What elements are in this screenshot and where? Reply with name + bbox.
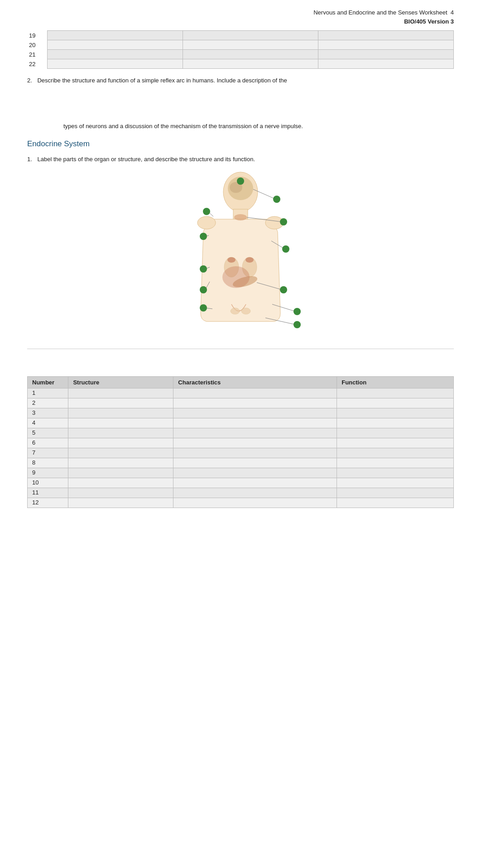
- row-number: 6: [28, 438, 68, 448]
- svg-point-34: [200, 286, 207, 293]
- row-number: 8: [28, 458, 68, 468]
- row-number: 3: [28, 408, 68, 418]
- cell-characteristics: [173, 488, 337, 498]
- cell-function: [337, 478, 454, 488]
- cell-function: [337, 448, 454, 458]
- col-header-characteristics: Characteristics: [173, 377, 337, 388]
- cell-characteristics: [173, 398, 337, 408]
- cell-structure: [68, 458, 173, 468]
- cell-structure: [68, 438, 173, 448]
- row-number: 4: [28, 418, 68, 428]
- row-number: 9: [28, 468, 68, 478]
- table-row: 12: [28, 498, 454, 508]
- col-header-function: Function: [337, 377, 454, 388]
- svg-point-12: [222, 266, 250, 288]
- svg-point-37: [293, 308, 301, 315]
- svg-point-35: [280, 286, 287, 293]
- table-row: 22: [27, 59, 454, 69]
- row-number: 2: [28, 398, 68, 408]
- cell-col2: [183, 59, 318, 69]
- cell-characteristics: [173, 478, 337, 488]
- table-row: 20: [27, 40, 454, 50]
- section-heading: Endocrine System: [27, 139, 454, 149]
- svg-point-13: [231, 308, 240, 314]
- header-page: 4: [451, 9, 454, 16]
- cell-col3: [318, 40, 454, 50]
- cell-function: [337, 468, 454, 478]
- table-row: 6: [28, 438, 454, 448]
- svg-point-2: [197, 216, 216, 229]
- question-2: 2. Describe the structure and function o…: [27, 76, 454, 86]
- row-number: 22: [27, 59, 48, 69]
- header-title: Nervous and Endocrine and the Senses Wor…: [313, 9, 447, 16]
- row-number: 5: [28, 428, 68, 438]
- cell-col1: [48, 40, 183, 50]
- cell-col2: [183, 40, 318, 50]
- svg-point-14: [241, 308, 250, 314]
- table-row: 21: [27, 50, 454, 59]
- note-text: types of neurons and a discussion of the…: [27, 122, 454, 131]
- col-header-number: Number: [28, 377, 68, 388]
- cell-structure: [68, 498, 173, 508]
- question-1: 1. Label the parts of the organ or struc…: [27, 155, 454, 164]
- cell-function: [337, 418, 454, 428]
- row-number: 19: [27, 31, 48, 40]
- section-divider: [27, 349, 454, 349]
- cell-structure: [68, 468, 173, 478]
- table-row: 8: [28, 458, 454, 468]
- bottom-table: Number Structure Characteristics Functio…: [27, 376, 454, 508]
- cell-function: [337, 498, 454, 508]
- header-version: BIO/405 Version 3: [404, 18, 454, 25]
- cell-structure: [68, 398, 173, 408]
- cell-function: [337, 408, 454, 418]
- table-row: 1: [28, 388, 454, 398]
- row-number: 12: [28, 498, 68, 508]
- cell-structure: [68, 478, 173, 488]
- cell-characteristics: [173, 408, 337, 418]
- cell-structure: [68, 388, 173, 398]
- table-row: 9: [28, 468, 454, 478]
- cell-characteristics: [173, 428, 337, 438]
- cell-characteristics: [173, 468, 337, 478]
- svg-point-33: [200, 265, 207, 273]
- q1-num: 1.: [27, 156, 32, 163]
- cell-col1: [48, 50, 183, 59]
- cell-characteristics: [173, 498, 337, 508]
- page-header: Nervous and Endocrine and the Senses Wor…: [27, 0, 454, 30]
- q2-num: 2.: [27, 77, 32, 84]
- svg-point-38: [293, 321, 301, 328]
- table-row: 2: [28, 398, 454, 408]
- svg-point-9: [227, 257, 236, 263]
- q2-text: Describe the structure and function of a…: [37, 77, 287, 84]
- svg-point-6: [234, 214, 247, 221]
- cell-col1: [48, 59, 183, 69]
- table-row: 10: [28, 478, 454, 488]
- svg-point-10: [245, 257, 254, 263]
- cell-structure: [68, 418, 173, 428]
- cell-characteristics: [173, 448, 337, 458]
- top-table: 19 20 21 22: [27, 30, 454, 69]
- svg-point-30: [280, 218, 287, 225]
- endocrine-diagram: [136, 168, 345, 340]
- row-number: 11: [28, 488, 68, 498]
- cell-characteristics: [173, 458, 337, 468]
- svg-point-31: [200, 233, 207, 240]
- table-row: 7: [28, 448, 454, 458]
- cell-function: [337, 388, 454, 398]
- cell-characteristics: [173, 438, 337, 448]
- cell-structure: [68, 488, 173, 498]
- row-number: 10: [28, 478, 68, 488]
- table-row: 11: [28, 488, 454, 498]
- row-number: 20: [27, 40, 48, 50]
- table-row: 19: [27, 31, 454, 40]
- svg-point-29: [203, 208, 210, 215]
- q1-text: Label the parts of the organ or structur…: [37, 156, 255, 163]
- diagram-container: [27, 168, 454, 340]
- cell-characteristics: [173, 418, 337, 428]
- svg-point-36: [200, 304, 207, 312]
- svg-point-27: [237, 177, 244, 185]
- cell-col3: [318, 59, 454, 69]
- svg-point-28: [273, 196, 280, 203]
- col-header-structure: Structure: [68, 377, 173, 388]
- table-row: 3: [28, 408, 454, 418]
